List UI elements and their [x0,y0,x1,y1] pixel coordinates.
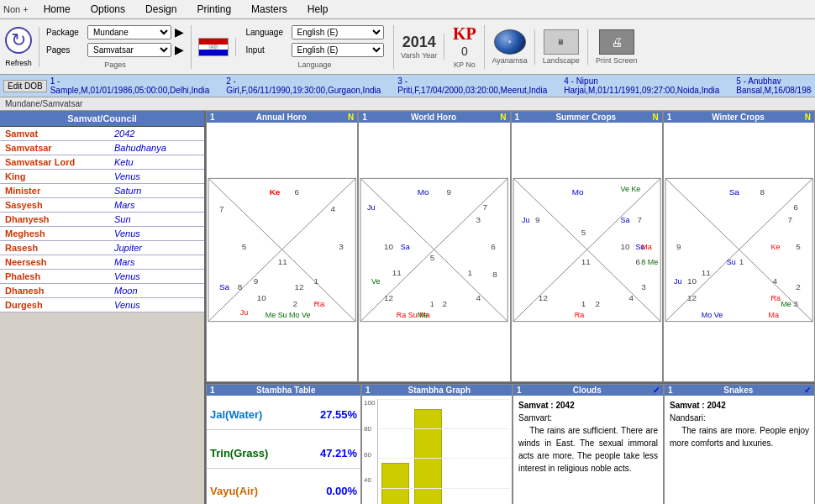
svg-text:5: 5 [796,242,801,251]
annual-horo-svg: Ke 6 4 3 7 5 Sa [207,123,357,377]
svg-text:Ke: Ke [270,187,281,197]
menu-masters[interactable]: Masters [246,2,292,17]
svg-text:5: 5 [581,228,586,237]
kp-logo: KP [453,25,476,42]
refresh-button[interactable]: ↻ [5,27,32,54]
svg-text:9: 9 [534,215,539,224]
dob-entry-5[interactable]: 5 - Anubhav Bansal,M,16/08/1984,14:43:00… [736,76,812,95]
svg-text:8: 8 [760,187,765,197]
menu-options[interactable]: Options [86,2,130,17]
varsh-year-num: 2014 [402,34,436,52]
left-panel: Samvat/Council Samvat2042SamvatsarBahudh… [0,111,206,504]
snakes-title: Snakes [723,386,753,395]
dob-entry-1[interactable]: 1 - Sample,M,01/01/1986,05:00:00,Delhi,I… [50,76,210,95]
svg-text:3: 3 [339,242,344,251]
dob-entry-3[interactable]: 3 - Priti,F,17/04/2000,03:20:00,Meerut,I… [397,76,547,95]
samvat-label-0: Samvat [0,127,109,141]
dob-entry-2[interactable]: 2 - Girl,F,06/11/1990,19:30:00,Gurgaon,I… [226,76,381,95]
stambha-item-2: Vayu(Air)0.00% [207,476,360,504]
samvat-value-3: Venus [109,170,204,184]
svg-text:Me: Me [781,300,791,308]
summer-crops-n: N [653,113,659,122]
samvat-value-0: 2042 [109,127,204,141]
world-horo-n: N [500,113,506,122]
samvat-value-8: Jupiter [109,241,204,255]
svg-text:9: 9 [254,276,259,286]
stambha-graph-body: 100 80 60 40 20 0 [362,396,512,504]
menu-printing[interactable]: Printing [192,2,236,17]
dob-entry-4[interactable]: 4 - Nipun Harjai,M,01/11/1991,09:27:00,N… [564,76,719,95]
bar-anna: Anna [479,402,507,504]
svg-text:4: 4 [476,293,481,302]
samvat-label-8: Rasesh [0,241,109,255]
svg-text:6: 6 [635,257,640,266]
menu-design[interactable]: Design [140,2,181,17]
menu-home[interactable]: Home [39,2,76,17]
language-flag-icon: EN [198,38,229,56]
input-select[interactable]: English (E) [292,43,384,57]
y-axis: 100 80 60 40 20 0 [364,399,375,504]
path-text: Mundane/Samvatsar [5,99,82,108]
stambha-name-1: Trin(Grass) [210,447,268,459]
language-select[interactable]: English (E) [292,25,384,39]
world-horo-num: 1 [362,113,367,122]
package-expand[interactable]: ▶ [175,25,184,39]
svg-text:4: 4 [330,204,335,213]
svg-text:Ke: Ke [770,243,780,251]
summer-crops-svg: Mo Ve Ke Ju 9 Sa 7 Ma 10 [512,123,662,377]
stambha-graph-header: 1 Stambha Graph [362,385,512,396]
kp-num: 0 [461,45,468,57]
world-horo-header: 1 World Horo N [359,112,509,123]
svg-text:8: 8 [493,270,498,279]
summer-crops-chart: 1 Summer Crops N Mo [511,111,663,382]
ayanamsa-icon: ● [494,29,526,55]
svg-text:12: 12 [538,293,548,302]
svg-text:7: 7 [787,215,792,224]
svg-text:2: 2 [293,299,298,308]
samvat-label-1: Samvatsar [0,141,109,155]
svg-text:2: 2 [796,282,801,291]
svg-text:1: 1 [430,300,434,308]
winter-crops-header: 1 Winter Crops N [664,112,814,123]
svg-text:12: 12 [295,282,305,291]
svg-text:11: 11 [702,268,712,277]
edit-dob-button[interactable]: Edit DOB [3,80,47,92]
svg-text:Sa: Sa [401,243,410,251]
clouds-text: The rains are sufficient. There are wind… [518,424,658,475]
svg-text:9: 9 [447,187,452,197]
package-select[interactable]: Mundane [87,25,171,39]
samvat-value-4: Saturn [109,184,204,198]
landscape-button[interactable]: 🖥 [544,29,579,55]
svg-text:7: 7 [483,202,488,212]
pages-select[interactable]: Samvatsar [87,43,171,57]
menu-help[interactable]: Help [302,2,334,17]
svg-text:1: 1 [581,299,586,308]
svg-text:3: 3 [476,215,481,224]
svg-text:12: 12 [687,293,697,302]
print-screen-button[interactable]: 🖨 [599,29,634,55]
ayanamsa-label: Ayanamsa [492,56,527,65]
annual-horo-header: 1 Annual Horo N [207,112,357,123]
stambha-val-2: 0.00% [326,485,357,497]
clouds-samvat: Samvat : 2042 [518,399,658,412]
annual-horo-chart: 1 Annual Horo N [206,111,358,382]
svg-text:Ju: Ju [521,216,528,224]
annual-horo-title: Annual Horo [256,113,307,122]
main-layout: Samvat/Council Samvat2042SamvatsarBahudh… [0,111,815,504]
content-area: Samvat/Council Samvat2042SamvatsarBahudh… [0,111,815,504]
annual-horo-num: 1 [210,113,215,122]
svg-text:7: 7 [219,204,224,213]
snakes-panel: 1 Snakes ✓ Samvat : 2042 Nandsari: The r… [664,384,815,504]
clouds-samvart-label: Samvart: [518,412,658,424]
svg-text:10: 10 [620,242,630,251]
pages-expand[interactable]: ▶ [175,43,184,56]
samvat-label-4: Minister [0,184,109,198]
world-horo-chart: 1 World Horo N Mo 9 [358,111,510,382]
input-label: Input [246,45,288,55]
winter-crops-chart: 1 Winter Crops N Sa [663,111,815,382]
samvat-label-11: Dhanesh [0,284,109,298]
refresh-label: Refresh [5,59,32,67]
print-screen-label: Print Screen [596,56,638,65]
summer-crops-title: Summer Crops [555,113,616,122]
samvat-label-7: Meghesh [0,227,109,241]
